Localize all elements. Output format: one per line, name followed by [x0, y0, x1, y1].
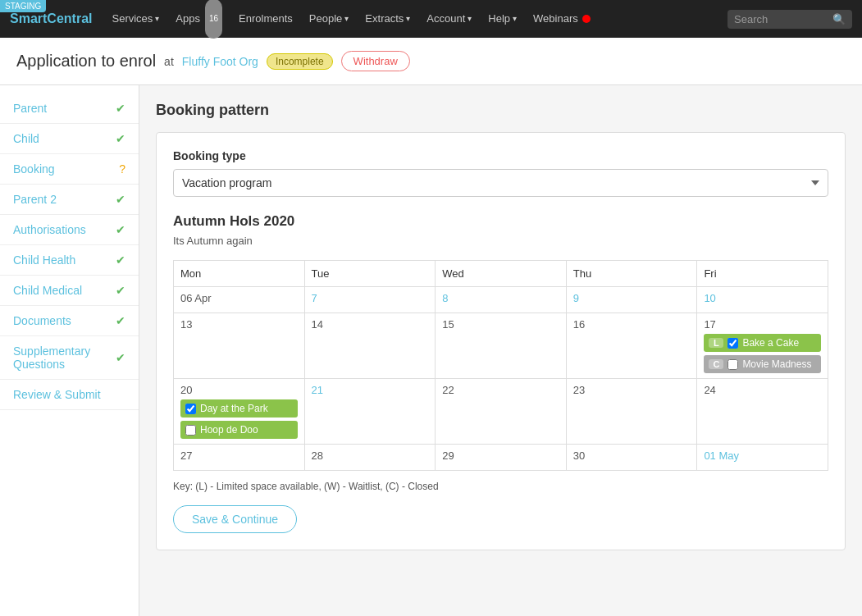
page-header: Application to enrol at Fluffy Foot Org … — [0, 38, 862, 85]
chevron-down-icon: ▾ — [155, 0, 159, 38]
notification-dot — [582, 15, 591, 23]
nav-people[interactable]: People ▾ — [303, 0, 355, 38]
cell-date: 28 — [312, 449, 429, 462]
booking-type-select[interactable]: Vacation program — [173, 169, 828, 197]
sidebar-label-child-medical: Child Medical — [13, 284, 82, 297]
main-layout: Parent ✔ Child ✔ Booking ? Parent 2 ✔ Au… — [0, 85, 862, 616]
calendar-cell: 15 — [436, 313, 567, 379]
event-hoop-de-doo[interactable]: Hoop de Doo — [180, 421, 298, 439]
col-header-tue: Tue — [304, 261, 436, 287]
sidebar-label-parent: Parent — [13, 102, 47, 115]
cell-date: 8 — [442, 292, 559, 304]
event-label: Hoop de Doo — [200, 424, 258, 436]
calendar-cell: 20 Day at the Park Hoop de Doo — [174, 379, 305, 445]
event-bake-a-cake[interactable]: L Bake a Cake — [704, 334, 821, 352]
save-continue-button[interactable]: Save & Continue — [173, 505, 297, 533]
sidebar-item-booking[interactable]: Booking ? — [0, 154, 139, 185]
section-title: Booking pattern — [156, 102, 846, 119]
nav-help[interactable]: Help ▾ — [481, 0, 523, 38]
brand-logo[interactable]: SmartCentral — [10, 11, 92, 26]
booking-type-label: Booking type — [173, 149, 828, 162]
col-header-mon: Mon — [174, 261, 305, 287]
cell-date: 24 — [704, 384, 821, 396]
event-label: Bake a Cake — [742, 337, 799, 349]
calendar-cell: 13 — [174, 313, 305, 379]
cell-date: 06 Apr — [180, 292, 298, 304]
sidebar-item-supplementary[interactable]: Supplementary Questions ✔ — [0, 336, 139, 380]
event-badge-L: L — [709, 338, 723, 348]
cell-date: 14 — [312, 318, 429, 331]
calendar-cell: 30 — [566, 445, 697, 471]
check-icon: ✔ — [116, 223, 125, 236]
cell-date: 20 — [180, 384, 298, 396]
org-link[interactable]: Fluffy Foot Org — [182, 55, 258, 68]
booking-card: Booking type Vacation program Autumn Hol… — [156, 132, 846, 550]
cell-date: 10 — [704, 292, 821, 304]
sidebar-item-parent2[interactable]: Parent 2 ✔ — [0, 185, 139, 215]
cell-date: 22 — [442, 384, 559, 396]
programme-desc: Its Autumn again — [173, 235, 828, 247]
cell-date: 9 — [573, 292, 691, 304]
search-input[interactable] — [734, 13, 832, 25]
calendar-cell: 01 May — [697, 445, 828, 471]
nav-extracts[interactable]: Extracts ▾ — [358, 0, 417, 38]
calendar-table: Mon Tue Wed Thu Fri 06 Apr 7 8 9 10 — [173, 260, 828, 471]
cell-date: 30 — [573, 449, 691, 462]
cell-date: 7 — [312, 292, 429, 304]
search-box[interactable]: 🔍 — [727, 10, 852, 29]
hoop-de-doo-checkbox[interactable] — [185, 425, 196, 436]
calendar-cell: 27 — [174, 445, 305, 471]
sidebar-label-supplementary: Supplementary Questions — [13, 345, 116, 371]
sidebar-item-child-medical[interactable]: Child Medical ✔ — [0, 276, 139, 306]
chevron-down-icon: ▾ — [513, 0, 517, 38]
sidebar-item-child[interactable]: Child ✔ — [0, 124, 139, 154]
main-content: Booking pattern Booking type Vacation pr… — [139, 85, 862, 616]
calendar-cell: 23 — [566, 379, 697, 445]
check-icon: ✔ — [116, 132, 125, 145]
event-label: Day at the Park — [200, 403, 268, 414]
event-day-at-park[interactable]: Day at the Park — [180, 399, 298, 418]
calendar-row-4: 27 28 29 30 01 May — [174, 445, 828, 471]
page-title: Application to enrol — [16, 52, 156, 71]
apps-count-badge: 16 — [205, 0, 222, 39]
question-icon: ? — [119, 162, 125, 176]
sidebar-label-review: Review & Submit — [13, 388, 101, 401]
withdraw-button[interactable]: Withdraw — [341, 51, 410, 71]
chevron-down-icon: ▾ — [467, 0, 472, 38]
calendar-cell: 9 — [566, 287, 697, 313]
search-icon: 🔍 — [832, 13, 846, 25]
chevron-down-icon: ▾ — [344, 0, 349, 38]
calendar-cell: 06 Apr — [174, 287, 305, 313]
nav-webinars[interactable]: Webinars — [527, 0, 597, 38]
sidebar-label-documents: Documents — [13, 314, 71, 327]
calendar-cell: 17 L Bake a Cake C Movie Madness — [697, 313, 828, 379]
status-badge: Incomplete — [267, 53, 333, 70]
cell-date: 16 — [573, 318, 691, 331]
nav-services[interactable]: Services ▾ — [105, 0, 166, 38]
day-at-park-checkbox[interactable] — [185, 404, 196, 414]
calendar-cell: 8 — [436, 287, 567, 313]
sidebar-label-child: Child — [13, 132, 39, 145]
nav-apps[interactable]: Apps 16 — [169, 0, 229, 39]
calendar-cell: 14 — [304, 313, 436, 379]
sidebar-item-documents[interactable]: Documents ✔ — [0, 306, 139, 336]
sidebar-item-child-health[interactable]: Child Health ✔ — [0, 245, 139, 276]
cell-date: 13 — [180, 318, 298, 331]
cell-date: 23 — [573, 384, 691, 396]
calendar-cell: 10 — [697, 287, 828, 313]
calendar-cell: 22 — [436, 379, 567, 445]
calendar-cell: 16 — [566, 313, 697, 379]
cell-date: 27 — [180, 449, 298, 462]
bake-a-cake-checkbox[interactable] — [727, 338, 738, 349]
event-movie-madness[interactable]: C Movie Madness — [704, 355, 821, 373]
sidebar-item-authorisations[interactable]: Authorisations ✔ — [0, 215, 139, 245]
sidebar: Parent ✔ Child ✔ Booking ? Parent 2 ✔ Au… — [0, 85, 139, 616]
calendar-row-2: 13 14 15 16 17 L Bake a Cake — [174, 313, 828, 379]
nav-account[interactable]: Account ▾ — [420, 0, 478, 38]
nav-enrolments[interactable]: Enrolments — [232, 0, 299, 38]
movie-madness-checkbox[interactable] — [727, 359, 738, 370]
calendar-key: Key: (L) - Limited space available, (W) … — [173, 481, 828, 492]
sidebar-item-review[interactable]: Review & Submit — [0, 380, 139, 410]
sidebar-label-booking: Booking — [13, 162, 55, 176]
sidebar-item-parent[interactable]: Parent ✔ — [0, 94, 139, 124]
